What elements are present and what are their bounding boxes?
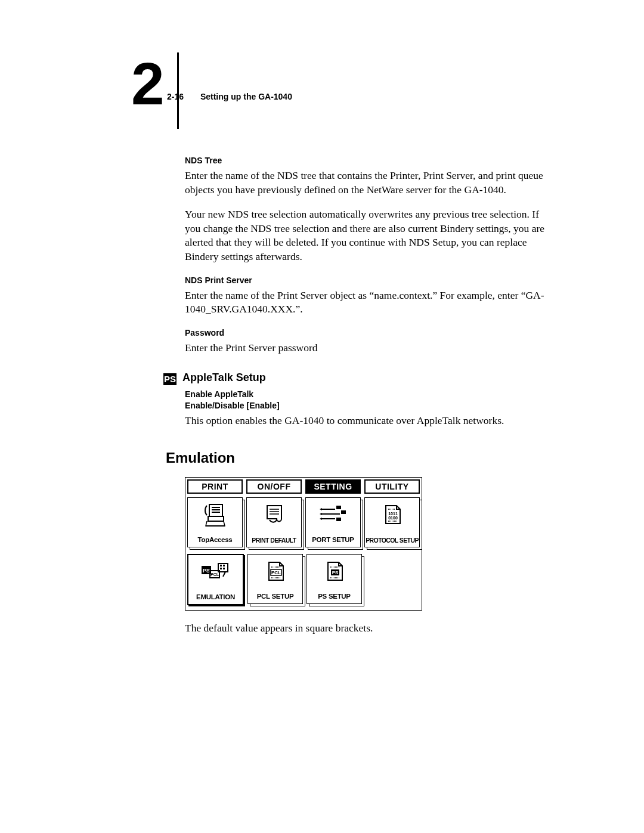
panel-row-2: PS PCL EMULATION — [185, 552, 422, 610]
tab-print[interactable]: PRINT — [187, 479, 243, 494]
cell-label: PRINT DEFAULT — [247, 536, 301, 544]
header-divider — [177, 52, 179, 129]
control-panel: PRINT ON/OFF SETTING UTILITY — [185, 477, 422, 611]
sub-enable-disable: Enable/Disable [Enable] — [185, 400, 555, 411]
page-curl-icon — [247, 498, 301, 531]
cell-label: PROTOCOL SETUP — [365, 536, 419, 544]
heading-appletalk-setup: PSAppleTalk Setup — [185, 370, 555, 385]
sub-enable-appletalk: Enable AppleTalk — [185, 389, 555, 400]
page-number: 2-16 — [167, 92, 191, 101]
cell-emulation[interactable]: PS PCL EMULATION — [187, 554, 244, 605]
tab-label: PRINT — [202, 482, 228, 491]
cell-label: PORT SETUP — [306, 535, 360, 545]
paragraph: Enter the Print Server password — [185, 341, 555, 355]
svg-rect-30 — [220, 568, 222, 569]
heading-nds-print-server: NDS Print Server — [185, 275, 555, 286]
svg-marker-17 — [320, 513, 322, 515]
tab-label: UTILITY — [375, 482, 408, 491]
cell-print-default[interactable]: PRINT DEFAULT — [246, 497, 302, 547]
panel-row-1: TopAccess PRINT DEFAULT — [185, 496, 422, 552]
heading-password: Password — [185, 327, 555, 339]
protocol-doc-icon: 1011 0100 — [365, 498, 419, 531]
svg-text:1011: 1011 — [388, 512, 398, 516]
heading-emulation: Emulation — [166, 448, 555, 467]
paragraph: Your new NDS tree selection automaticall… — [185, 208, 555, 264]
svg-text:PCL: PCL — [271, 570, 281, 575]
tab-label: ON/OFF — [258, 482, 291, 491]
svg-text:0100: 0100 — [388, 516, 398, 520]
cell-port-setup[interactable]: PORT SETUP — [305, 497, 361, 547]
header-line: 2-16 Setting up the GA-1040 — [167, 92, 292, 101]
tab-setting[interactable]: SETTING — [305, 479, 361, 494]
paragraph: The default value appears in square brac… — [185, 621, 555, 636]
port-network-icon — [306, 498, 360, 531]
heading-text: AppleTalk Setup — [182, 371, 266, 383]
cell-label: PS SETUP — [307, 592, 361, 602]
cell-ps-setup[interactable]: PS PS SETUP — [306, 554, 362, 604]
svg-rect-28 — [220, 565, 222, 566]
svg-text:PS: PS — [202, 568, 209, 574]
cell-label: TopAccess — [188, 535, 242, 545]
paragraph: Enter the name of the NDS tree that cont… — [185, 169, 555, 197]
tab-label: SETTING — [314, 482, 352, 491]
cell-empty — [366, 554, 420, 603]
paragraph: Enter the name of the Print Server objec… — [185, 289, 555, 317]
cell-label: EMULATION — [188, 593, 243, 602]
tab-on-off[interactable]: ON/OFF — [246, 479, 302, 494]
svg-text:PCL: PCL — [210, 572, 219, 577]
pcl-doc-icon: PCL — [248, 555, 302, 588]
heading-nds-tree: NDS Tree — [185, 155, 555, 166]
page-section-label: Setting up the GA-1040 — [193, 92, 292, 101]
svg-rect-9 — [341, 510, 346, 514]
cell-topaccess[interactable]: TopAccess — [187, 497, 243, 547]
svg-rect-29 — [223, 565, 225, 566]
tab-utility[interactable]: UTILITY — [364, 479, 420, 494]
emulation-icon: PS PCL — [188, 555, 243, 589]
svg-marker-16 — [320, 508, 322, 510]
svg-text:PS: PS — [332, 570, 338, 575]
svg-marker-18 — [320, 518, 322, 520]
cell-pcl-setup[interactable]: PCL PCL SETUP — [247, 554, 303, 604]
cell-protocol-setup[interactable]: 1011 0100 PROTOCOL SETUP — [364, 497, 420, 547]
svg-rect-31 — [223, 568, 225, 569]
ps-doc-icon: PS — [307, 555, 361, 588]
tab-row: PRINT ON/OFF SETTING UTILITY — [185, 478, 422, 496]
cell-label: PCL SETUP — [248, 592, 302, 602]
paragraph: This option enables the GA-1040 to commu… — [185, 414, 555, 428]
printer-icon — [188, 498, 242, 531]
chapter-number: 2 — [131, 54, 165, 113]
ps-badge-icon: PS — [163, 373, 177, 385]
page-header: 2 2-16 Setting up the GA-1040 — [131, 66, 555, 137]
